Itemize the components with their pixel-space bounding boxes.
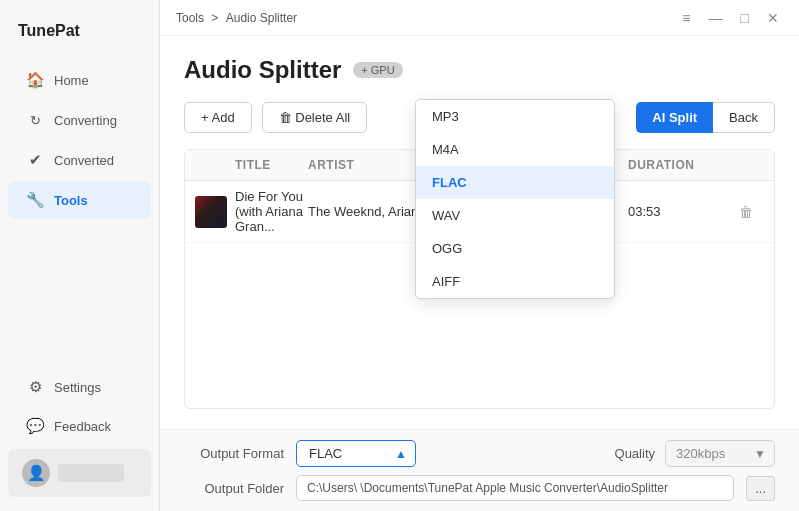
sidebar-item-label: Converting [54, 113, 117, 128]
back-button[interactable]: Back [713, 102, 775, 133]
maximize-button[interactable]: □ [737, 8, 753, 28]
format-row: Output Format FLAC ▲ Quality 320kbps ▼ [184, 440, 775, 467]
converting-icon: ↻ [26, 111, 44, 129]
avatar-text [58, 464, 124, 482]
track-title: Die For You (with Ariana Gran... [235, 189, 308, 234]
menu-icon[interactable]: ≡ [678, 8, 694, 28]
home-icon: 🏠 [26, 71, 44, 89]
ai-split-button[interactable]: AI Split [636, 102, 713, 133]
dropdown-option-wav[interactable]: WAV [416, 199, 614, 232]
sidebar-item-settings[interactable]: ⚙ Settings [8, 368, 151, 406]
gpu-badge: + GPU [353, 62, 402, 78]
sidebar-item-feedback[interactable]: 💬 Feedback [8, 407, 151, 445]
avatar: 👤 [22, 459, 50, 487]
sidebar-item-label: Home [54, 73, 89, 88]
settings-label: Settings [54, 380, 101, 395]
delete-all-button[interactable]: 🗑 Delete All [262, 102, 368, 133]
sidebar-item-label: Converted [54, 153, 114, 168]
folder-row: Output Folder C:\Users\ \Documents\TuneP… [184, 475, 775, 501]
app-logo: TunePat [0, 10, 159, 60]
output-format-label: Output Format [184, 446, 284, 461]
page-content: Audio Splitter + GPU + Add 🗑 Delete All … [160, 36, 799, 429]
breadcrumb-separator: > [211, 11, 221, 25]
dropdown-option-aiff[interactable]: AIFF [416, 265, 614, 298]
chevron-down-icon: ▼ [754, 447, 766, 461]
breadcrumb-root: Tools [176, 11, 204, 25]
track-thumb [195, 196, 235, 228]
format-dropdown-popup: MP3 M4A FLAC WAV OGG AIFF [415, 99, 615, 299]
toolbar-right: AI Split Back [636, 102, 775, 133]
page-header: Audio Splitter + GPU [184, 56, 775, 84]
minimize-button[interactable]: — [705, 8, 727, 28]
window-controls: ≡ — □ ✕ [678, 8, 783, 28]
breadcrumb: Tools > Audio Splitter [176, 11, 297, 25]
format-dropdown-value: FLAC [309, 446, 342, 461]
feedback-icon: 💬 [26, 417, 44, 435]
col-title: TITLE [235, 158, 308, 172]
col-action [728, 158, 764, 172]
quality-dropdown-button[interactable]: 320kbps ▼ [665, 440, 775, 467]
output-folder-label: Output Folder [184, 481, 284, 496]
album-art-image [195, 196, 227, 228]
dropdown-option-flac[interactable]: FLAC [416, 166, 614, 199]
sidebar-item-converting[interactable]: ↻ Converting [8, 101, 151, 139]
bottom-bar: Output Format FLAC ▲ Quality 320kbps ▼ O… [160, 429, 799, 511]
dropdown-option-m4a[interactable]: M4A [416, 133, 614, 166]
sidebar-item-converted[interactable]: ✔ Converted [8, 141, 151, 179]
track-duration: 03:53 [628, 204, 728, 219]
main-content: Tools > Audio Splitter ≡ — □ ✕ Audio Spl… [160, 0, 799, 511]
dropdown-option-ogg[interactable]: OGG [416, 232, 614, 265]
sidebar-item-home[interactable]: 🏠 Home [8, 61, 151, 99]
sidebar-item-label: Tools [54, 193, 88, 208]
title-bar: Tools > Audio Splitter ≡ — □ ✕ [160, 0, 799, 36]
page-title: Audio Splitter [184, 56, 341, 84]
col-thumb [195, 158, 235, 172]
quality-section: Quality 320kbps ▼ [615, 440, 775, 467]
tools-icon: 🔧 [26, 191, 44, 209]
format-select-container: FLAC ▲ [296, 440, 416, 467]
breadcrumb-current: Audio Splitter [226, 11, 297, 25]
folder-browse-button[interactable]: ... [746, 476, 775, 501]
album-art-inner [195, 196, 227, 228]
dropdown-option-mp3[interactable]: MP3 [416, 100, 614, 133]
chevron-up-icon: ▲ [395, 447, 407, 461]
add-button[interactable]: + Add [184, 102, 252, 133]
sidebar: TunePat 🏠 Home ↻ Converting ✔ Converted … [0, 0, 160, 511]
feedback-label: Feedback [54, 419, 111, 434]
settings-icon: ⚙ [26, 378, 44, 396]
user-avatar-section[interactable]: 👤 [8, 449, 151, 497]
col-duration: DURATION [628, 158, 728, 172]
format-dropdown-button[interactable]: FLAC ▲ [296, 440, 416, 467]
converted-icon: ✔ [26, 151, 44, 169]
close-button[interactable]: ✕ [763, 8, 783, 28]
quality-dropdown-value: 320kbps [676, 446, 725, 461]
sidebar-bottom: ⚙ Settings 💬 Feedback 👤 [0, 367, 159, 511]
quality-label: Quality [615, 446, 655, 461]
folder-path-display: C:\Users\ \Documents\TunePat Apple Music… [296, 475, 734, 501]
sidebar-item-tools[interactable]: 🔧 Tools [8, 181, 151, 219]
track-delete-button[interactable]: 🗑 [728, 200, 764, 224]
